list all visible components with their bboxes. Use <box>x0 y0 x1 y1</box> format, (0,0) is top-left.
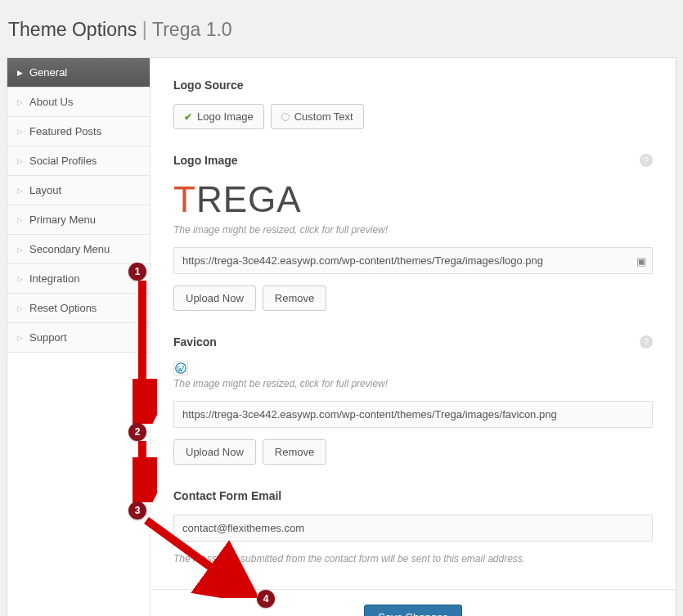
logo-image-option-button[interactable]: ✔ Logo Image <box>173 104 264 129</box>
page-title: Theme Options | Trega 1.0 <box>8 19 676 41</box>
favicon-hint: The image might be resized, click for fu… <box>173 378 653 389</box>
favicon-url-input[interactable] <box>173 401 653 428</box>
sidebar-item-support[interactable]: Support <box>7 323 150 353</box>
section-logo-source: Logo Source ✔ Logo Image Custom Text <box>173 79 653 129</box>
logo-image-url-input[interactable] <box>173 247 653 274</box>
footer-bar: Save Changes <box>151 589 676 616</box>
title-divider: | <box>142 19 147 40</box>
page-title-main: Theme Options <box>8 19 137 40</box>
section-title: Logo Image <box>173 154 238 167</box>
sidebar: General About Us Featured Posts Social P… <box>7 58 151 616</box>
chevron-right-icon <box>17 128 23 136</box>
toggle-label: Custom Text <box>294 110 353 123</box>
section-title: Favicon <box>173 335 217 348</box>
favicon-upload-button[interactable]: Upload Now <box>173 439 256 465</box>
section-title: Contact Form Email <box>173 489 281 502</box>
sidebar-item-label: Secondary Menu <box>29 243 110 255</box>
sidebar-item-label: General <box>29 66 67 79</box>
chevron-right-icon <box>17 245 23 254</box>
sidebar-item-general[interactable]: General <box>7 58 150 88</box>
check-icon: ✔ <box>184 111 192 123</box>
annotation-badge-4: 4 <box>257 590 275 608</box>
custom-text-option-button[interactable]: Custom Text <box>271 104 364 129</box>
chevron-right-icon <box>17 216 23 224</box>
sidebar-item-label: Support <box>29 331 67 344</box>
section-favicon: Favicon ? The image might be resized, cl… <box>173 335 653 465</box>
help-icon[interactable]: ? <box>640 335 653 348</box>
sidebar-item-about-us[interactable]: About Us <box>7 88 150 117</box>
logo-source-toggle: ✔ Logo Image Custom Text <box>173 104 653 129</box>
help-icon[interactable]: ? <box>640 154 653 167</box>
chevron-right-icon <box>17 98 23 106</box>
annotation-badge-3: 3 <box>128 501 146 519</box>
favicon-preview-image[interactable] <box>173 361 188 375</box>
logo-remove-button[interactable]: Remove <box>263 286 326 311</box>
sidebar-item-label: Social Profiles <box>29 155 97 167</box>
sidebar-item-label: Primary Menu <box>29 214 96 226</box>
sidebar-item-label: Layout <box>29 184 61 196</box>
content-panel: 1 2 3 4 Logo Source ✔ Logo Imag <box>151 58 676 616</box>
sidebar-item-label: Featured Posts <box>29 125 101 137</box>
contact-email-input[interactable] <box>173 515 653 542</box>
sidebar-item-label: About Us <box>29 96 73 108</box>
logo-upload-button[interactable]: Upload Now <box>173 286 256 311</box>
toggle-label: Logo Image <box>197 110 254 123</box>
sidebar-item-featured-posts[interactable]: Featured Posts <box>7 117 150 146</box>
logo-image-hint: The image might be resized, click for fu… <box>173 224 653 236</box>
sidebar-item-social-profiles[interactable]: Social Profiles <box>7 146 150 176</box>
radio-icon <box>281 113 290 121</box>
contact-email-hint: The messages submitted from the contact … <box>173 553 653 564</box>
sidebar-item-reset-options[interactable]: Reset Options <box>7 294 150 323</box>
chevron-right-icon <box>17 187 23 195</box>
wordpress-icon <box>175 362 186 374</box>
section-title: Logo Source <box>173 79 244 92</box>
save-disk-icon: ▣ <box>636 254 646 267</box>
cursor-icon <box>214 566 231 588</box>
chevron-right-icon <box>17 304 23 312</box>
favicon-remove-button[interactable]: Remove <box>263 439 326 465</box>
page-title-subtitle: Trega 1.0 <box>152 19 232 40</box>
sidebar-item-primary-menu[interactable]: Primary Menu <box>7 205 150 235</box>
chevron-right-icon <box>17 157 23 165</box>
sidebar-item-label: Integration <box>29 272 79 285</box>
chevron-right-icon <box>17 275 23 283</box>
logo-preview-image[interactable]: TREGA <box>173 179 653 220</box>
chevron-right-icon <box>17 334 23 342</box>
annotation-badge-1: 1 <box>128 263 146 281</box>
sidebar-item-secondary-menu[interactable]: Secondary Menu <box>7 235 150 264</box>
save-changes-button[interactable]: Save Changes <box>364 605 461 616</box>
chevron-right-icon <box>17 69 23 77</box>
annotation-badge-2: 2 <box>128 423 146 441</box>
sidebar-item-layout[interactable]: Layout <box>7 176 150 205</box>
sidebar-item-label: Reset Options <box>29 302 97 314</box>
options-wrapper: General About Us Featured Posts Social P… <box>7 57 676 616</box>
section-logo-image: Logo Image ? TREGA The image might be re… <box>173 154 653 311</box>
section-contact-email: Contact Form Email The messages submitte… <box>173 489 653 564</box>
